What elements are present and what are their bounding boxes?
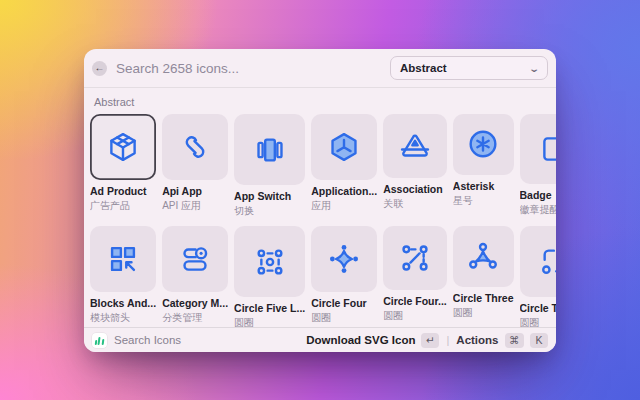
icon-tile-circle-four[interactable]: [311, 226, 377, 292]
icon-name-label: Asterisk: [453, 180, 514, 192]
icon-tile-asterisk[interactable]: [453, 114, 514, 175]
circle-three-icon: [466, 240, 500, 274]
icon-name-label: Category M...: [162, 297, 228, 309]
icon-tile-category-management[interactable]: [162, 226, 228, 292]
return-key-icon: ↵: [421, 333, 439, 348]
extension-name: Search Icons: [114, 334, 299, 346]
icon-cell: Association关联: [383, 114, 447, 218]
circle-five-line-icon: [253, 245, 287, 279]
iconpark-logo-icon: [92, 333, 107, 348]
icon-subtitle-label: 圆圈: [453, 306, 514, 320]
icon-cell: Category M...分类管理: [162, 226, 228, 327]
icon-search-window: ← Search 2658 icons... Abstract ⌄ Abstra…: [84, 49, 556, 352]
icon-cell: Circle Three圆圈: [453, 226, 514, 327]
icon-tile-association[interactable]: [383, 114, 447, 178]
icon-cell: Ad Product广告产品: [90, 114, 156, 218]
icon-subtitle-label: 圆圈: [234, 316, 305, 327]
icon-tile-ad-product[interactable]: [90, 114, 156, 180]
icon-name-label: Circle Three: [453, 292, 514, 304]
icon-name-label: Application...: [311, 185, 377, 197]
icon-grid: Ad Product广告产品Api AppAPI 应用App Switch切换A…: [90, 114, 550, 327]
back-button[interactable]: ←: [92, 61, 107, 76]
icon-cell: Api AppAPI 应用: [162, 114, 228, 218]
icon-name-label: Circle Two L...: [520, 302, 557, 314]
icon-name-label: Circle Four: [311, 297, 377, 309]
k-key-icon: K: [530, 333, 548, 348]
icon-name-label: Ad Product: [90, 185, 156, 197]
icon-cell: Circle Two L...圆圈: [520, 226, 557, 327]
download-svg-action[interactable]: Download SVG Icon ↵: [306, 333, 439, 348]
icon-name-label: Blocks And...: [90, 297, 156, 309]
icon-tile-circle-three[interactable]: [453, 226, 514, 287]
category-dropdown[interactable]: Abstract ⌄: [390, 56, 548, 80]
association-icon: [398, 129, 432, 163]
icon-subtitle-label: API 应用: [162, 199, 228, 213]
icon-subtitle-label: 应用: [311, 199, 377, 213]
section-label: Abstract: [94, 96, 550, 108]
category-dropdown-value: Abstract: [400, 62, 447, 74]
icon-cell: Blocks And...模块箭头: [90, 226, 156, 327]
command-key-icon: ⌘: [505, 333, 525, 348]
icon-cell: Circle Four圆圈: [311, 226, 377, 327]
icon-cell: Circle Four...圆圈: [383, 226, 447, 327]
chevron-down-icon: ⌄: [528, 63, 540, 74]
icon-cell: Circle Five L...圆圈: [234, 226, 305, 327]
arrow-left-icon: ←: [95, 63, 105, 73]
icon-cell: Badge徽章提醒: [520, 114, 557, 218]
icon-subtitle-label: 圆圈: [520, 316, 557, 327]
icon-subtitle-label: 切换: [234, 204, 305, 218]
circle-two-line-icon: [538, 244, 556, 278]
actions-menu-button[interactable]: Actions ⌘ K: [456, 333, 548, 348]
icon-tile-api-app[interactable]: [162, 114, 228, 180]
icon-name-label: Circle Five L...: [234, 302, 305, 314]
icon-cell: Asterisk星号: [453, 114, 514, 218]
icon-name-label: Api App: [162, 185, 228, 197]
search-header: ← Search 2658 icons... Abstract ⌄: [84, 49, 556, 88]
icon-cell: App Switch切换: [234, 114, 305, 218]
icon-subtitle-label: 圆圈: [383, 309, 447, 323]
results-area: Abstract Ad Product广告产品Api AppAPI 应用App …: [84, 88, 556, 327]
icon-subtitle-label: 圆圈: [311, 311, 377, 325]
app-switch-icon: [253, 133, 287, 167]
icon-name-label: Association: [383, 183, 447, 195]
asterisk-icon: [466, 127, 500, 161]
category-management-icon: [178, 242, 212, 276]
download-svg-label: Download SVG Icon: [306, 334, 415, 346]
application-icon: [327, 130, 361, 164]
icon-subtitle-label: 分类管理: [162, 311, 228, 325]
icon-tile-circle-five-line[interactable]: [234, 226, 305, 297]
icon-name-label: Badge: [520, 189, 557, 201]
circle-four-icon: [327, 242, 361, 276]
actions-label: Actions: [456, 334, 498, 346]
icon-tile-badge[interactable]: [520, 114, 557, 184]
icon-subtitle-label: 星号: [453, 194, 514, 208]
icon-tile-application[interactable]: [311, 114, 377, 180]
icon-tile-circle-four-line[interactable]: [383, 226, 447, 290]
icon-tile-app-switch[interactable]: [234, 114, 305, 185]
ad-product-icon: [106, 130, 140, 164]
badge-icon: [538, 132, 556, 166]
search-input[interactable]: Search 2658 icons...: [116, 61, 381, 76]
icon-subtitle-label: 关联: [383, 197, 447, 211]
footer-bar: Search Icons Download SVG Icon ↵ | Actio…: [84, 327, 556, 352]
blocks-and-arrows-icon: [106, 242, 140, 276]
icon-tile-circle-two-line[interactable]: [520, 226, 557, 296]
footer-divider: |: [446, 334, 449, 346]
api-app-icon: [178, 130, 212, 164]
icon-cell: Application...应用: [311, 114, 377, 218]
icon-name-label: Circle Four...: [383, 295, 447, 307]
icon-subtitle-label: 广告产品: [90, 199, 156, 213]
circle-four-line-icon: [398, 241, 432, 275]
icon-subtitle-label: 徽章提醒: [520, 203, 557, 217]
icon-name-label: App Switch: [234, 190, 305, 202]
icon-subtitle-label: 模块箭头: [90, 311, 156, 325]
icon-tile-blocks-and-arrows[interactable]: [90, 226, 156, 292]
